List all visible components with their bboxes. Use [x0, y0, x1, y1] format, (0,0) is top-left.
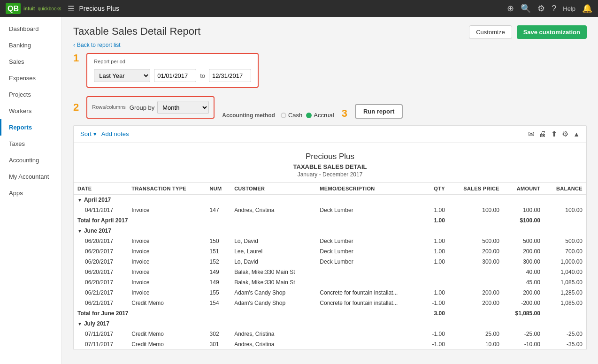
hamburger-icon[interactable]: ☰	[68, 4, 74, 13]
top-action-buttons: Customize Save customization	[469, 25, 587, 39]
top-navigation: QB intuit quickbooks ☰ Precious Plus ⊕ 🔍…	[0, 0, 598, 17]
col-balance: BALANCE	[544, 183, 586, 195]
save-customization-button[interactable]: Save customization	[517, 25, 587, 39]
cash-label: Cash	[288, 112, 302, 119]
chevron-left-icon: ‹	[73, 42, 75, 48]
search-icon[interactable]: 🔍	[521, 3, 531, 14]
cash-radio[interactable]	[281, 113, 286, 118]
table-row: 06/20/2017 Invoice 149 Balak, Mike:330 M…	[74, 267, 586, 277]
expand-icon[interactable]: ▼	[77, 197, 82, 203]
report-period-panel: Report period Last Year This Year This M…	[86, 53, 259, 88]
report-period: January - December 2017	[74, 171, 586, 178]
memo: Deck Lumber	[316, 205, 423, 215]
accrual-label: Accrual	[314, 112, 334, 119]
amount: 100.00	[503, 205, 544, 215]
settings-icon[interactable]: ⚙	[537, 3, 545, 14]
date: 04/11/2017	[74, 205, 128, 215]
table-row: 06/20/2017 Invoice 151 Lee, Laurel Deck …	[74, 246, 586, 257]
accounting-method-options: Cash Accrual	[281, 112, 334, 119]
group-by-select[interactable]: Month Week Day Customer	[157, 101, 209, 114]
table-row: 06/21/2017 Credit Memo 154 Adam's Candy …	[74, 298, 586, 308]
run-report-button[interactable]: Run report	[355, 104, 403, 119]
print-icon[interactable]: 🖨	[539, 130, 546, 138]
help-label[interactable]: Help	[563, 5, 575, 12]
help-icon[interactable]: ?	[552, 4, 556, 14]
report-area: Sort ▾ Add notes ✉ 🖨 ⬆ ⚙ ▲ Pr	[73, 125, 587, 350]
main-content: Taxable Sales Detail Report ‹ Back to re…	[62, 17, 598, 364]
group-header-june: ▼June 2017	[74, 226, 586, 236]
table-row: 06/20/2017 Invoice 152 Lo, David Deck Lu…	[74, 257, 586, 267]
table-header-row: DATE TRANSACTION TYPE NUM CUSTOMER MEMO/…	[74, 183, 586, 195]
accrual-option[interactable]: Accrual	[306, 112, 334, 119]
accounting-method-panel: Accounting method Cash Accrual	[222, 112, 334, 119]
sidebar-item-apps[interactable]: Apps	[0, 185, 61, 201]
back-to-report-list[interactable]: ‹ Back to report list	[73, 42, 121, 48]
sidebar-item-dashboard[interactable]: Dashboard	[0, 21, 61, 37]
sidebar-item-accounting[interactable]: Accounting	[0, 152, 61, 168]
sidebar-item-my-accountant[interactable]: My Accountant	[0, 168, 61, 185]
group-label-june: June 2017	[84, 228, 111, 234]
group-label-april: April 2017	[84, 197, 111, 203]
sort-button[interactable]: Sort ▾	[80, 130, 97, 137]
step-3-number: 3	[342, 108, 347, 119]
sort-label: Sort	[80, 130, 92, 137]
report-header: Precious Plus TAXABLE SALES DETAIL Janua…	[74, 143, 586, 182]
settings-report-icon[interactable]: ⚙	[562, 129, 568, 138]
sales-price: 100.00	[449, 205, 503, 215]
expand-icon[interactable]: ▼	[77, 228, 82, 234]
col-num: NUM	[206, 183, 231, 195]
to-label: to	[200, 72, 205, 79]
table-row: 06/20/2017 Invoice 150 Lo, David Deck Lu…	[74, 236, 586, 246]
export-icon[interactable]: ⬆	[551, 129, 557, 138]
logo[interactable]: QB intuit quickbooks	[6, 3, 61, 14]
col-type: TRANSACTION TYPE	[128, 183, 206, 195]
report-table: DATE TRANSACTION TYPE NUM CUSTOMER MEMO/…	[74, 182, 586, 349]
sidebar-item-expenses[interactable]: Expenses	[0, 70, 61, 86]
period-select[interactable]: Last Year This Year This Month Custom	[94, 69, 150, 82]
table-row: 07/11/2017 Credit Memo 302 Andres, Crist…	[74, 329, 586, 339]
sidebar-item-projects[interactable]: Projects	[0, 86, 61, 103]
expand-icon[interactable]: ▼	[77, 321, 82, 326]
sidebar-item-banking[interactable]: Banking	[0, 37, 61, 53]
customer: Andres, Cristina	[230, 205, 316, 215]
sidebar-item-workers[interactable]: Workers	[0, 103, 61, 119]
sidebar-item-sales[interactable]: Sales	[0, 53, 61, 70]
topnav-actions: ⊕ 🔍 ⚙ ? Help 🔔	[507, 3, 592, 14]
group-total-june: Total for June 2017 3.00 $1,085.00	[74, 308, 586, 318]
email-icon[interactable]: ✉	[528, 129, 534, 138]
cash-option[interactable]: Cash	[281, 112, 302, 119]
sidebar-item-reports[interactable]: Reports	[0, 119, 61, 136]
collapse-icon[interactable]: ▲	[573, 130, 580, 138]
notifications-icon[interactable]: 🔔	[582, 3, 592, 14]
qty: 1.00	[423, 205, 449, 215]
balance: 100.00	[544, 205, 586, 215]
customize-button[interactable]: Customize	[469, 25, 512, 39]
sidebar-item-taxes[interactable]: Taxes	[0, 136, 61, 152]
rows-cols-label: Rows/columns	[92, 104, 126, 110]
step-1-number: 1	[73, 53, 79, 63]
num: 147	[206, 205, 231, 215]
accrual-radio[interactable]	[306, 113, 312, 118]
group-total-april: Total for April 2017 1.00 $100.00	[74, 215, 586, 226]
group-label-july: July 2017	[84, 320, 109, 327]
col-date: DATE	[74, 183, 128, 195]
report-period-label: Report period	[94, 59, 251, 64]
col-qty: QTY	[423, 183, 449, 195]
date-from-input[interactable]	[154, 69, 196, 82]
rows-cols-panel: Rows/columns Group by Month Week Day Cus…	[86, 96, 215, 119]
table-row: 06/21/2017 Invoice 155 Adam's Candy Shop…	[74, 288, 586, 298]
add-notes-button[interactable]: Add notes	[101, 130, 129, 137]
svg-text:QB: QB	[8, 5, 19, 13]
sort-arrow-icon: ▾	[93, 130, 97, 137]
table-row: 07/11/2017 Credit Memo 301 Andres, Crist…	[74, 339, 586, 349]
report-toolbar: Sort ▾ Add notes ✉ 🖨 ⬆ ⚙ ▲	[74, 126, 586, 143]
col-sales-price: SALES PRICE	[449, 183, 503, 195]
add-icon[interactable]: ⊕	[507, 3, 514, 14]
table-row: 06/20/2017 Invoice 149 Balak, Mike:330 M…	[74, 277, 586, 288]
date-to-input[interactable]	[209, 69, 251, 82]
col-memo: MEMO/DESCRIPTION	[316, 183, 423, 195]
company-name: Precious Plus	[79, 5, 502, 12]
col-amount: AMOUNT	[503, 183, 544, 195]
col-customer: CUSTOMER	[230, 183, 316, 195]
table-row: 04/11/2017 Invoice 147 Andres, Cristina …	[74, 205, 586, 215]
